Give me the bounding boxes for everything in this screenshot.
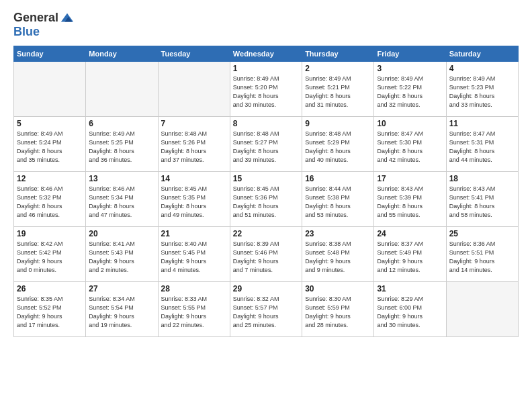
day-number: 26 (17, 284, 83, 293)
day-number: 4 (449, 64, 515, 73)
day-number: 30 (305, 284, 371, 293)
day-number: 9 (305, 119, 371, 128)
weekday-header-tuesday: Tuesday (158, 46, 230, 61)
day-info: Sunrise: 8:40 AMSunset: 5:45 PMDaylight:… (161, 240, 227, 275)
calendar-cell: 29Sunrise: 8:32 AMSunset: 5:57 PMDayligh… (230, 281, 302, 336)
day-info: Sunrise: 8:34 AMSunset: 5:54 PMDaylight:… (89, 295, 154, 330)
weekday-header-saturday: Saturday (446, 46, 518, 61)
day-info: Sunrise: 8:33 AMSunset: 5:55 PMDaylight:… (161, 295, 227, 330)
calendar-cell: 25Sunrise: 8:36 AMSunset: 5:51 PMDayligh… (446, 226, 518, 281)
day-info: Sunrise: 8:49 AMSunset: 5:21 PMDaylight:… (305, 75, 371, 109)
day-number: 2 (305, 64, 371, 73)
logo-general-text: General (13, 11, 58, 25)
day-info: Sunrise: 8:45 AMSunset: 5:35 PMDaylight:… (161, 185, 227, 220)
calendar-cell: 23Sunrise: 8:38 AMSunset: 5:48 PMDayligh… (302, 226, 374, 281)
calendar-cell: 12Sunrise: 8:46 AMSunset: 5:32 PMDayligh… (14, 171, 86, 226)
calendar-cell: 10Sunrise: 8:47 AMSunset: 5:30 PMDayligh… (374, 116, 446, 171)
calendar-cell: 14Sunrise: 8:45 AMSunset: 5:35 PMDayligh… (158, 171, 230, 226)
day-number: 17 (377, 174, 443, 183)
weekday-header-friday: Friday (374, 46, 446, 61)
day-info: Sunrise: 8:49 AMSunset: 5:22 PMDaylight:… (377, 75, 443, 109)
day-info: Sunrise: 8:49 AMSunset: 5:25 PMDaylight:… (89, 130, 154, 165)
day-number: 16 (305, 174, 371, 183)
day-info: Sunrise: 8:49 AMSunset: 5:23 PMDaylight:… (449, 75, 515, 109)
calendar-cell: 6Sunrise: 8:49 AMSunset: 5:25 PMDaylight… (86, 116, 158, 171)
calendar-cell: 24Sunrise: 8:37 AMSunset: 5:49 PMDayligh… (374, 226, 446, 281)
day-number: 25 (449, 229, 515, 238)
day-number: 19 (17, 229, 83, 238)
day-number: 24 (377, 229, 443, 238)
calendar-cell: 17Sunrise: 8:43 AMSunset: 5:39 PMDayligh… (374, 171, 446, 226)
day-number: 14 (161, 174, 227, 183)
day-info: Sunrise: 8:47 AMSunset: 5:31 PMDaylight:… (449, 130, 515, 165)
day-number: 22 (233, 229, 299, 238)
calendar-cell (446, 281, 518, 336)
calendar-cell: 30Sunrise: 8:30 AMSunset: 5:59 PMDayligh… (302, 281, 374, 336)
day-number: 5 (17, 119, 83, 128)
day-info: Sunrise: 8:44 AMSunset: 5:38 PMDaylight:… (305, 185, 371, 220)
day-number: 29 (233, 284, 299, 293)
weekday-header-wednesday: Wednesday (230, 46, 302, 61)
calendar-cell: 16Sunrise: 8:44 AMSunset: 5:38 PMDayligh… (302, 171, 374, 226)
weekday-header-monday: Monday (86, 46, 158, 61)
calendar-cell: 11Sunrise: 8:47 AMSunset: 5:31 PMDayligh… (446, 116, 518, 171)
day-info: Sunrise: 8:49 AMSunset: 5:20 PMDaylight:… (233, 75, 299, 109)
calendar-cell: 2Sunrise: 8:49 AMSunset: 5:21 PMDaylight… (302, 61, 374, 116)
day-info: Sunrise: 8:49 AMSunset: 5:24 PMDaylight:… (17, 130, 83, 165)
day-number: 20 (89, 229, 154, 238)
day-number: 3 (377, 64, 443, 73)
header: General Blue (13, 11, 519, 39)
calendar-week-row: 5Sunrise: 8:49 AMSunset: 5:24 PMDaylight… (14, 116, 519, 171)
day-info: Sunrise: 8:41 AMSunset: 5:43 PMDaylight:… (89, 240, 154, 275)
calendar-week-row: 19Sunrise: 8:42 AMSunset: 5:42 PMDayligh… (14, 226, 519, 281)
day-info: Sunrise: 8:29 AMSunset: 6:00 PMDaylight:… (377, 295, 443, 330)
day-number: 27 (89, 284, 154, 293)
day-number: 31 (377, 284, 443, 293)
calendar-cell (86, 61, 158, 116)
logo-blue-text: Blue (13, 26, 75, 39)
day-number: 8 (233, 119, 299, 128)
day-info: Sunrise: 8:48 AMSunset: 5:26 PMDaylight:… (161, 130, 227, 165)
weekday-header-row: SundayMondayTuesdayWednesdayThursdayFrid… (14, 46, 519, 61)
calendar-cell: 19Sunrise: 8:42 AMSunset: 5:42 PMDayligh… (14, 226, 86, 281)
day-info: Sunrise: 8:43 AMSunset: 5:39 PMDaylight:… (377, 185, 443, 220)
day-number: 28 (161, 284, 227, 293)
day-number: 15 (233, 174, 299, 183)
day-number: 13 (89, 174, 154, 183)
calendar-cell: 8Sunrise: 8:48 AMSunset: 5:27 PMDaylight… (230, 116, 302, 171)
day-number: 7 (161, 119, 227, 128)
day-info: Sunrise: 8:46 AMSunset: 5:34 PMDaylight:… (89, 185, 154, 220)
day-info: Sunrise: 8:45 AMSunset: 5:36 PMDaylight:… (233, 185, 299, 220)
calendar-cell: 22Sunrise: 8:39 AMSunset: 5:46 PMDayligh… (230, 226, 302, 281)
calendar-cell: 13Sunrise: 8:46 AMSunset: 5:34 PMDayligh… (86, 171, 158, 226)
calendar-week-row: 26Sunrise: 8:35 AMSunset: 5:52 PMDayligh… (14, 281, 519, 336)
day-number: 11 (449, 119, 515, 128)
calendar-cell: 1Sunrise: 8:49 AMSunset: 5:20 PMDaylight… (230, 61, 302, 116)
calendar-week-row: 12Sunrise: 8:46 AMSunset: 5:32 PMDayligh… (14, 171, 519, 226)
day-info: Sunrise: 8:46 AMSunset: 5:32 PMDaylight:… (17, 185, 83, 220)
day-info: Sunrise: 8:38 AMSunset: 5:48 PMDaylight:… (305, 240, 371, 275)
calendar-week-row: 1Sunrise: 8:49 AMSunset: 5:20 PMDaylight… (14, 61, 519, 116)
day-info: Sunrise: 8:32 AMSunset: 5:57 PMDaylight:… (233, 295, 299, 330)
day-info: Sunrise: 8:47 AMSunset: 5:30 PMDaylight:… (377, 130, 443, 165)
calendar-cell: 18Sunrise: 8:43 AMSunset: 5:41 PMDayligh… (446, 171, 518, 226)
calendar-cell: 31Sunrise: 8:29 AMSunset: 6:00 PMDayligh… (374, 281, 446, 336)
day-info: Sunrise: 8:43 AMSunset: 5:41 PMDaylight:… (449, 185, 515, 220)
day-info: Sunrise: 8:35 AMSunset: 5:52 PMDaylight:… (17, 295, 83, 330)
day-info: Sunrise: 8:36 AMSunset: 5:51 PMDaylight:… (449, 240, 515, 275)
day-info: Sunrise: 8:48 AMSunset: 5:27 PMDaylight:… (233, 130, 299, 165)
page: General Blue SundayMondayTuesdayWednesda… (0, 0, 532, 411)
calendar-cell: 9Sunrise: 8:48 AMSunset: 5:29 PMDaylight… (302, 116, 374, 171)
day-number: 21 (161, 229, 227, 238)
calendar-cell: 21Sunrise: 8:40 AMSunset: 5:45 PMDayligh… (158, 226, 230, 281)
calendar-cell: 28Sunrise: 8:33 AMSunset: 5:55 PMDayligh… (158, 281, 230, 336)
logo-icon (60, 11, 75, 26)
day-info: Sunrise: 8:39 AMSunset: 5:46 PMDaylight:… (233, 240, 299, 275)
calendar-cell: 3Sunrise: 8:49 AMSunset: 5:22 PMDaylight… (374, 61, 446, 116)
logo: General Blue (13, 11, 75, 39)
day-number: 1 (233, 64, 299, 73)
calendar-cell: 7Sunrise: 8:48 AMSunset: 5:26 PMDaylight… (158, 116, 230, 171)
calendar-cell: 20Sunrise: 8:41 AMSunset: 5:43 PMDayligh… (86, 226, 158, 281)
day-number: 10 (377, 119, 443, 128)
calendar-cell (158, 61, 230, 116)
